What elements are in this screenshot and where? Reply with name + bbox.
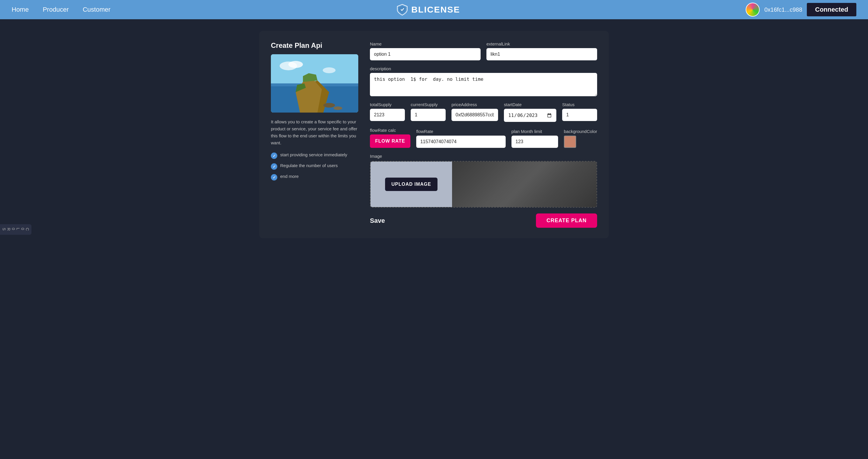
upload-left-area: UPLOAD IMAGE [371, 162, 452, 207]
feature-list: start providing service immediately Regu… [271, 152, 358, 180]
name-externallink-row: Name externalLink [370, 41, 597, 60]
upload-image-button[interactable]: UPLOAD IMAGE [385, 178, 437, 191]
svg-point-11 [334, 107, 342, 110]
total-supply-label: totalSupply [370, 102, 405, 107]
start-date-label: startDate [504, 102, 556, 107]
price-address-label: priceAddress [452, 102, 498, 107]
wallet-address: 0x16fc1...c988 [764, 6, 802, 13]
total-supply-group: totalSupply [370, 102, 405, 122]
create-plan-card: Create Plan Api [259, 31, 609, 238]
main-content: Create Plan Api [0, 19, 868, 250]
nav-right: 0x16fc1...c988 Connected [746, 3, 856, 17]
save-label: Save [370, 217, 385, 225]
price-address-group: priceAddress [452, 102, 498, 122]
feature-item-2: Regulate the number of users [271, 163, 358, 170]
feature-item-3: end more [271, 174, 358, 180]
background-color-label: backgroundColor [564, 129, 597, 134]
flow-rate-group: flowRate [416, 129, 506, 148]
brand-name: BLICENSE [411, 5, 460, 15]
flow-rate-section: flowRate calc FLOW RATE flowRate plan Mo… [370, 128, 597, 148]
landscape-image [271, 54, 358, 113]
flow-rate-calc-group: flowRate calc FLOW RATE [370, 128, 410, 148]
upload-right-preview [452, 162, 596, 207]
flow-rate-input[interactable] [416, 136, 506, 148]
plan-month-limit-group: plan Month limit [512, 129, 558, 148]
nav-links: Home Producer Customer [12, 6, 111, 13]
image-upload-area: UPLOAD IMAGE [370, 161, 597, 208]
right-panel: Name externalLink description this optio… [370, 41, 597, 228]
flow-rate-calc-label: flowRate calc [370, 128, 410, 133]
connected-button[interactable]: Connected [807, 3, 856, 16]
external-link-input[interactable] [487, 48, 597, 60]
price-address-input[interactable] [452, 109, 498, 121]
current-supply-group: currentSupply [411, 102, 446, 122]
start-date-input[interactable] [504, 109, 556, 122]
create-plan-button[interactable]: CREATE PLAN [536, 213, 597, 228]
description-text: It allows you to create a flow specific … [271, 118, 358, 146]
wallet-avatar [746, 3, 760, 17]
background-color-group: backgroundColor [564, 129, 597, 148]
current-supply-input[interactable] [411, 109, 446, 121]
left-panel: Create Plan Api [271, 41, 358, 228]
nav-producer[interactable]: Producer [43, 6, 69, 13]
status-input[interactable] [562, 109, 597, 121]
nav-brand: BLICENSE [396, 3, 460, 16]
navbar: Home Producer Customer BLICENSE 0x16fc1.… [0, 0, 868, 19]
colors-sidebar[interactable]: C0L0RS [0, 224, 31, 235]
description-textarea[interactable]: this option 1$ for day. no limit time [370, 73, 597, 96]
brand-shield-icon [396, 3, 408, 16]
image-section: Image UPLOAD IMAGE [370, 154, 597, 208]
check-icon-3 [271, 174, 277, 180]
description-group: description this option 1$ for day. no l… [370, 66, 597, 96]
name-input[interactable] [370, 48, 480, 60]
external-link-label: externalLink [487, 41, 597, 46]
plan-month-limit-label: plan Month limit [512, 129, 558, 134]
svg-point-3 [323, 67, 336, 73]
left-panel-title: Create Plan Api [271, 41, 358, 50]
name-label: Name [370, 41, 480, 46]
status-group: Status [562, 102, 597, 122]
nav-home[interactable]: Home [12, 6, 29, 13]
current-supply-label: currentSupply [411, 102, 446, 107]
feature-item-1: start providing service immediately [271, 152, 358, 159]
save-row: Save CREATE PLAN [370, 213, 597, 228]
check-icon-1 [271, 152, 277, 159]
start-date-group: startDate [504, 102, 556, 122]
flow-rate-button[interactable]: FLOW RATE [370, 135, 410, 148]
flow-rate-label: flowRate [416, 129, 506, 134]
plan-month-limit-input[interactable] [512, 136, 558, 148]
description-row: description this option 1$ for day. no l… [370, 66, 597, 96]
svg-point-2 [288, 61, 303, 68]
description-label: description [370, 66, 597, 71]
background-color-swatch[interactable] [564, 136, 576, 148]
supply-row: totalSupply currentSupply priceAddress s… [370, 102, 597, 122]
name-group: Name [370, 41, 480, 60]
nav-customer[interactable]: Customer [83, 6, 111, 13]
total-supply-input[interactable] [370, 109, 405, 121]
status-label: Status [562, 102, 597, 107]
check-icon-2 [271, 163, 277, 170]
image-label: Image [370, 154, 597, 159]
external-link-group: externalLink [487, 41, 597, 60]
svg-point-10 [323, 103, 335, 108]
